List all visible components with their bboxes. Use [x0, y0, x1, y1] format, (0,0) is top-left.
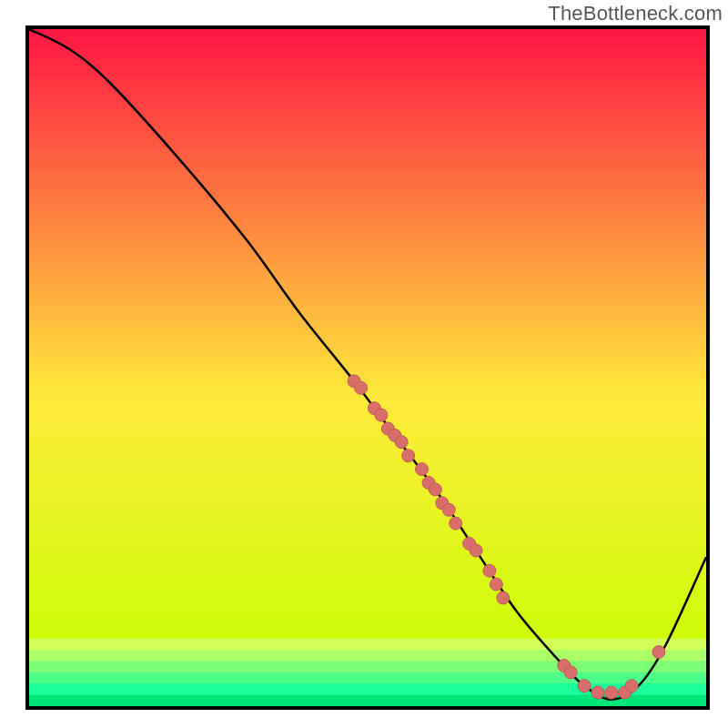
data-point: [497, 592, 510, 604]
data-point: [564, 666, 577, 679]
plot-frame: [25, 25, 710, 710]
data-point: [578, 680, 591, 693]
data-point: [490, 578, 502, 591]
data-point: [450, 517, 462, 530]
data-point: [483, 564, 496, 577]
bottom-bands: [29, 639, 706, 706]
gradient-background: [29, 29, 706, 706]
data-point: [592, 686, 604, 699]
data-point: [442, 503, 455, 516]
data-point: [402, 450, 415, 462]
gradient-band: [29, 683, 706, 695]
gradient-band: [29, 650, 706, 662]
chart-container: TheBottleneck.com: [0, 0, 728, 728]
data-point: [605, 686, 618, 699]
data-point: [416, 463, 429, 476]
data-point: [625, 680, 638, 693]
data-point: [355, 381, 368, 394]
data-point: [429, 483, 441, 496]
gradient-band: [29, 672, 706, 684]
data-point: [375, 409, 388, 421]
gradient-band: [29, 639, 706, 651]
gradient-band: [29, 695, 706, 706]
data-point: [470, 544, 482, 557]
data-point: [652, 646, 665, 659]
plot-svg: [29, 29, 706, 706]
data-point: [395, 436, 408, 449]
watermark-text: TheBottleneck.com: [548, 2, 723, 25]
gradient-band: [29, 661, 706, 672]
